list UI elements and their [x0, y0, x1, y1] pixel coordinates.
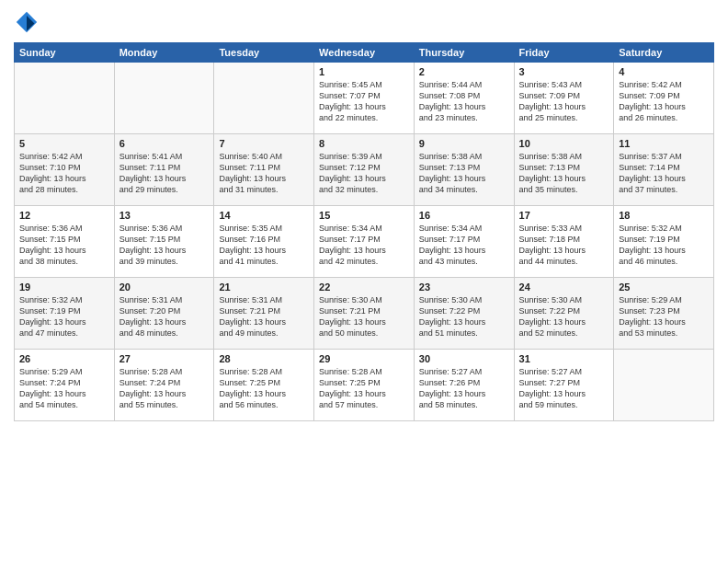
day-info: Sunrise: 5:36 AMSunset: 7:15 PMDaylight:… [119, 223, 210, 268]
calendar-cell [614, 350, 714, 421]
day-info: Sunrise: 5:44 AMSunset: 7:08 PMDaylight:… [419, 79, 509, 124]
day-number: 4 [619, 66, 709, 77]
weekday-header-monday: Monday [114, 43, 214, 63]
day-info: Sunrise: 5:27 AMSunset: 7:26 PMDaylight:… [419, 366, 509, 411]
day-number: 2 [419, 66, 509, 77]
day-info: Sunrise: 5:33 AMSunset: 7:18 PMDaylight:… [519, 223, 609, 268]
day-info: Sunrise: 5:42 AMSunset: 7:10 PMDaylight:… [19, 151, 109, 196]
calendar-week-5: 26Sunrise: 5:29 AMSunset: 7:24 PMDayligh… [15, 350, 714, 421]
calendar-cell: 11Sunrise: 5:37 AMSunset: 7:14 PMDayligh… [614, 134, 714, 206]
day-number: 10 [519, 138, 609, 149]
day-number: 29 [319, 353, 409, 364]
day-number: 21 [219, 282, 309, 293]
day-number: 27 [119, 353, 210, 364]
day-number: 17 [519, 210, 609, 221]
calendar-cell [214, 63, 314, 134]
day-number: 12 [19, 210, 109, 221]
calendar-cell: 3Sunrise: 5:43 AMSunset: 7:09 PMDaylight… [514, 63, 614, 134]
day-info: Sunrise: 5:35 AMSunset: 7:16 PMDaylight:… [219, 223, 309, 268]
day-number: 5 [19, 138, 109, 149]
day-info: Sunrise: 5:40 AMSunset: 7:11 PMDaylight:… [219, 151, 309, 196]
day-info: Sunrise: 5:43 AMSunset: 7:09 PMDaylight:… [519, 79, 609, 124]
calendar-cell: 29Sunrise: 5:28 AMSunset: 7:25 PMDayligh… [314, 350, 415, 421]
day-info: Sunrise: 5:28 AMSunset: 7:25 PMDaylight:… [219, 366, 309, 411]
calendar-cell [15, 63, 115, 134]
day-info: Sunrise: 5:29 AMSunset: 7:24 PMDaylight:… [19, 366, 109, 411]
calendar-cell: 13Sunrise: 5:36 AMSunset: 7:15 PMDayligh… [114, 206, 214, 278]
logo-icon [14, 9, 40, 35]
day-number: 28 [219, 353, 309, 364]
page: SundayMondayTuesdayWednesdayThursdayFrid… [0, 0, 728, 563]
day-info: Sunrise: 5:38 AMSunset: 7:13 PMDaylight:… [519, 151, 609, 196]
day-number: 3 [519, 66, 609, 77]
day-number: 9 [419, 138, 509, 149]
weekday-header-friday: Friday [514, 43, 614, 63]
calendar-week-4: 19Sunrise: 5:32 AMSunset: 7:19 PMDayligh… [15, 278, 714, 350]
day-number: 25 [619, 282, 709, 293]
weekday-header-thursday: Thursday [414, 43, 514, 63]
day-info: Sunrise: 5:30 AMSunset: 7:22 PMDaylight:… [519, 294, 609, 339]
day-info: Sunrise: 5:37 AMSunset: 7:14 PMDaylight:… [619, 151, 709, 196]
day-info: Sunrise: 5:36 AMSunset: 7:15 PMDaylight:… [19, 223, 109, 268]
day-number: 19 [19, 282, 109, 293]
calendar-cell: 1Sunrise: 5:45 AMSunset: 7:07 PMDaylight… [314, 63, 415, 134]
header [14, 9, 714, 35]
weekday-row: SundayMondayTuesdayWednesdayThursdayFrid… [15, 43, 714, 63]
day-info: Sunrise: 5:31 AMSunset: 7:20 PMDaylight:… [119, 294, 210, 339]
calendar-cell: 6Sunrise: 5:41 AMSunset: 7:11 PMDaylight… [114, 134, 214, 206]
weekday-header-sunday: Sunday [15, 43, 115, 63]
calendar-cell: 7Sunrise: 5:40 AMSunset: 7:11 PMDaylight… [214, 134, 314, 206]
day-info: Sunrise: 5:30 AMSunset: 7:21 PMDaylight:… [319, 294, 409, 339]
day-info: Sunrise: 5:34 AMSunset: 7:17 PMDaylight:… [419, 223, 509, 268]
day-info: Sunrise: 5:41 AMSunset: 7:11 PMDaylight:… [119, 151, 210, 196]
day-info: Sunrise: 5:27 AMSunset: 7:27 PMDaylight:… [519, 366, 609, 411]
calendar-cell: 14Sunrise: 5:35 AMSunset: 7:16 PMDayligh… [214, 206, 314, 278]
calendar-cell: 17Sunrise: 5:33 AMSunset: 7:18 PMDayligh… [514, 206, 614, 278]
calendar-cell: 15Sunrise: 5:34 AMSunset: 7:17 PMDayligh… [314, 206, 415, 278]
calendar-cell: 16Sunrise: 5:34 AMSunset: 7:17 PMDayligh… [414, 206, 514, 278]
calendar-body: 1Sunrise: 5:45 AMSunset: 7:07 PMDaylight… [15, 63, 714, 421]
calendar-week-3: 12Sunrise: 5:36 AMSunset: 7:15 PMDayligh… [15, 206, 714, 278]
day-number: 16 [419, 210, 509, 221]
day-number: 22 [319, 282, 409, 293]
day-number: 14 [219, 210, 309, 221]
day-number: 11 [619, 138, 709, 149]
calendar-cell: 25Sunrise: 5:29 AMSunset: 7:23 PMDayligh… [614, 278, 714, 350]
day-info: Sunrise: 5:38 AMSunset: 7:13 PMDaylight:… [419, 151, 509, 196]
calendar-cell: 12Sunrise: 5:36 AMSunset: 7:15 PMDayligh… [15, 206, 115, 278]
day-info: Sunrise: 5:30 AMSunset: 7:22 PMDaylight:… [419, 294, 509, 339]
day-info: Sunrise: 5:39 AMSunset: 7:12 PMDaylight:… [319, 151, 409, 196]
calendar-cell: 23Sunrise: 5:30 AMSunset: 7:22 PMDayligh… [414, 278, 514, 350]
calendar-cell: 8Sunrise: 5:39 AMSunset: 7:12 PMDaylight… [314, 134, 415, 206]
calendar-cell: 26Sunrise: 5:29 AMSunset: 7:24 PMDayligh… [15, 350, 115, 421]
day-number: 26 [19, 353, 109, 364]
weekday-header-wednesday: Wednesday [314, 43, 415, 63]
calendar-cell: 27Sunrise: 5:28 AMSunset: 7:24 PMDayligh… [114, 350, 214, 421]
day-info: Sunrise: 5:45 AMSunset: 7:07 PMDaylight:… [319, 79, 409, 124]
day-info: Sunrise: 5:32 AMSunset: 7:19 PMDaylight:… [19, 294, 109, 339]
day-info: Sunrise: 5:34 AMSunset: 7:17 PMDaylight:… [319, 223, 409, 268]
calendar-cell: 28Sunrise: 5:28 AMSunset: 7:25 PMDayligh… [214, 350, 314, 421]
day-info: Sunrise: 5:29 AMSunset: 7:23 PMDaylight:… [619, 294, 709, 339]
calendar-cell [114, 63, 214, 134]
day-number: 31 [519, 353, 609, 364]
day-number: 20 [119, 282, 210, 293]
calendar-cell: 18Sunrise: 5:32 AMSunset: 7:19 PMDayligh… [614, 206, 714, 278]
day-number: 8 [319, 138, 409, 149]
day-number: 7 [219, 138, 309, 149]
calendar-cell: 2Sunrise: 5:44 AMSunset: 7:08 PMDaylight… [414, 63, 514, 134]
calendar-cell: 4Sunrise: 5:42 AMSunset: 7:09 PMDaylight… [614, 63, 714, 134]
calendar-cell: 30Sunrise: 5:27 AMSunset: 7:26 PMDayligh… [414, 350, 514, 421]
calendar-cell: 9Sunrise: 5:38 AMSunset: 7:13 PMDaylight… [414, 134, 514, 206]
day-info: Sunrise: 5:28 AMSunset: 7:25 PMDaylight:… [319, 366, 409, 411]
calendar-week-1: 1Sunrise: 5:45 AMSunset: 7:07 PMDaylight… [15, 63, 714, 134]
day-number: 13 [119, 210, 210, 221]
calendar-cell: 5Sunrise: 5:42 AMSunset: 7:10 PMDaylight… [15, 134, 115, 206]
calendar-cell: 10Sunrise: 5:38 AMSunset: 7:13 PMDayligh… [514, 134, 614, 206]
day-number: 30 [419, 353, 509, 364]
calendar-cell: 22Sunrise: 5:30 AMSunset: 7:21 PMDayligh… [314, 278, 415, 350]
weekday-header-tuesday: Tuesday [214, 43, 314, 63]
calendar: SundayMondayTuesdayWednesdayThursdayFrid… [14, 42, 714, 421]
calendar-cell: 20Sunrise: 5:31 AMSunset: 7:20 PMDayligh… [114, 278, 214, 350]
day-number: 6 [119, 138, 210, 149]
